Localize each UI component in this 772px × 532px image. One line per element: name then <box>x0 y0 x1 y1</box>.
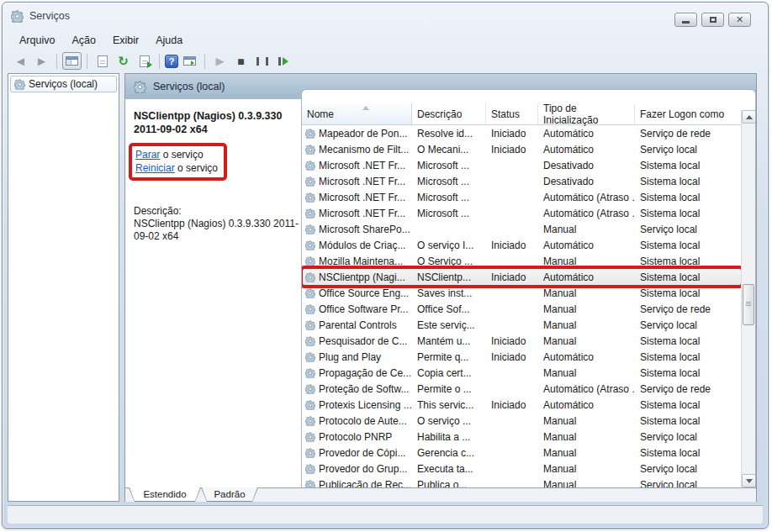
column-header-logon[interactable]: Fazer Logon como <box>635 103 741 125</box>
action-pane-icon[interactable] <box>180 52 199 70</box>
cell-startup-type: Manual <box>538 319 635 331</box>
menu-acao[interactable]: Ação <box>63 33 104 48</box>
table-row[interactable]: Protocolo PNRP Habilita a ... Manual Ser… <box>302 429 741 445</box>
cell-startup-type: Automático <box>538 144 635 155</box>
stop-service-icon[interactable] <box>231 52 251 70</box>
panel-gear-icon <box>134 81 146 93</box>
cell-startup-type: Manual <box>538 431 635 443</box>
cell-logon-as: Serviço local <box>635 431 741 443</box>
tab-padrao[interactable]: Padrão <box>201 487 258 502</box>
cell-startup-type: Manual <box>538 463 635 475</box>
table-row[interactable]: Office Software Pr... Office Sof... Manu… <box>302 301 741 317</box>
table-row[interactable]: Provedor de Cópi... Gerencia c... Manual… <box>302 445 741 461</box>
title-bar[interactable]: Serviços ✕ <box>3 3 768 29</box>
table-row[interactable]: Proteção de Softw... Permite o ... Autom… <box>302 381 741 397</box>
table-row[interactable]: Protexis Licensing ... This servic... In… <box>302 397 741 413</box>
cell-name: Protexis Licensing ... <box>302 399 412 411</box>
column-header-status[interactable]: Status <box>486 103 538 125</box>
restart-service-icon[interactable] <box>273 52 293 70</box>
table-row[interactable]: Provedor do Grup... Executa ta... Manual… <box>302 461 741 477</box>
menu-bar: Arquivo Ação Exibir Ajuda <box>4 31 766 50</box>
services-main-panel: Serviços (local) NSClientpp (Nagios) 0.3… <box>124 73 757 502</box>
service-gear-icon <box>305 400 315 410</box>
column-header-tipo[interactable]: Tipo de Inicialização <box>538 103 635 125</box>
cell-description: Office Sof... <box>412 303 486 315</box>
cell-name: Plug and Play <box>302 351 412 363</box>
menu-exibir[interactable]: Exibir <box>104 33 147 48</box>
restart-service-line: Reiniciar o serviço <box>135 161 218 175</box>
stop-service-line: Parar o serviço <box>135 148 218 161</box>
console-tree-icon[interactable] <box>62 52 82 70</box>
table-row[interactable]: Microsoft .NET Fr... Microsoft ... Desat… <box>302 173 741 189</box>
panel-header-title: Serviços (local) <box>153 81 225 92</box>
cell-name: Parental Controls <box>302 319 412 331</box>
table-row[interactable]: Pesquisador de C... Mantém u... Iniciado… <box>302 333 741 349</box>
table-row[interactable]: Mapeador de Pon... Resolve id... Iniciad… <box>302 125 741 141</box>
properties-icon[interactable] <box>93 52 112 70</box>
column-header-nome[interactable]: Nome <box>302 103 412 125</box>
cell-logon-as: Serviço de rede <box>635 383 741 395</box>
table-row[interactable]: Mecanismo de Filt... O Mecani... Iniciad… <box>302 141 741 157</box>
menu-arquivo[interactable]: Arquivo <box>11 33 63 48</box>
table-row[interactable]: Publicação de Rec... Publica o... Manual… <box>302 477 741 487</box>
service-gear-icon <box>305 432 315 442</box>
column-header-descricao[interactable]: Descrição <box>412 103 486 125</box>
maximize-button[interactable] <box>701 13 724 27</box>
service-gear-icon <box>305 176 315 187</box>
description-text: NSClientpp (Nagios) 0.3.9.330 2011-09-02… <box>134 218 300 243</box>
forward-icon[interactable] <box>32 52 51 70</box>
cell-startup-type: Manual <box>538 303 635 315</box>
service-gear-icon <box>305 320 315 330</box>
table-row[interactable]: Propagação de Ce... Copia cert... Manual… <box>302 365 741 381</box>
services-list: Nome Descrição Status Tipo de Inicializa… <box>301 89 756 487</box>
tree-item-label: Serviços (local) <box>29 78 98 90</box>
tab-estendido[interactable]: Estendido <box>129 487 201 502</box>
service-gear-icon <box>305 448 315 458</box>
table-row[interactable]: Microsoft .NET Fr... Microsoft ... Autom… <box>302 189 741 205</box>
cell-status: Iniciado <box>486 351 538 363</box>
table-row[interactable]: Microsoft SharePo... Manual Serviço loca… <box>302 221 741 237</box>
table-row[interactable]: Microsoft .NET Fr... Microsoft ... Desat… <box>302 157 741 173</box>
cell-name: Provedor de Cópi... <box>302 447 412 459</box>
cell-startup-type: Automático <box>538 271 635 283</box>
restart-service-link[interactable]: Reiniciar <box>135 162 175 174</box>
back-icon[interactable] <box>11 52 30 70</box>
cell-name: Office Source Eng... <box>302 287 412 299</box>
table-row[interactable]: Office Source Eng... Saves inst... Manua… <box>302 285 741 301</box>
service-gear-icon <box>305 464 315 474</box>
scroll-up-button[interactable] <box>742 110 756 124</box>
cell-description: Mantém u... <box>412 335 486 347</box>
menu-ajuda[interactable]: Ajuda <box>147 33 191 48</box>
refresh-icon[interactable] <box>114 52 133 70</box>
cell-description: Permite q... <box>412 351 486 363</box>
scroll-up-icon <box>746 115 753 119</box>
close-icon: ✕ <box>736 15 743 24</box>
cell-description: Microsoft ... <box>412 192 486 203</box>
toolbar-separator <box>87 54 87 69</box>
window-controls: ✕ <box>674 13 751 27</box>
vertical-scrollbar[interactable] <box>741 110 755 487</box>
scrollbar-thumb[interactable] <box>743 284 754 325</box>
table-row[interactable]: Mozilla Maintena... O Serviço ... Manual… <box>302 253 741 269</box>
start-service-icon[interactable] <box>210 52 230 70</box>
table-row[interactable]: NSClientpp (Nagi... NSClientp... Iniciad… <box>302 269 741 285</box>
stop-service-link[interactable]: Parar <box>135 149 160 161</box>
pause-service-icon[interactable] <box>252 52 272 70</box>
cell-description: O serviço ... <box>412 415 486 427</box>
cell-startup-type: Manual <box>538 415 635 427</box>
close-button[interactable]: ✕ <box>728 13 751 27</box>
export-list-icon[interactable] <box>135 52 154 70</box>
table-row[interactable]: Microsoft .NET Fr... Microsoft ... Autom… <box>302 205 741 221</box>
table-row[interactable]: Módulos de Criaç... O serviço I... Inici… <box>302 237 741 253</box>
minimize-button[interactable] <box>674 13 697 27</box>
cell-name: Pesquisador de C... <box>302 335 412 347</box>
cell-logon-as: Sistema local <box>635 335 741 347</box>
services-app-icon <box>11 10 24 23</box>
table-row[interactable]: Parental Controls Este serviç... Manual … <box>302 317 741 333</box>
table-row[interactable]: Plug and Play Permite q... Iniciado Auto… <box>302 349 741 365</box>
scroll-down-button[interactable] <box>742 474 756 487</box>
table-row[interactable]: Protocolo de Aute... O serviço ... Manua… <box>302 413 741 429</box>
help-icon[interactable] <box>165 55 178 68</box>
tree-item-servicos-local[interactable]: Serviços (local) <box>10 76 117 92</box>
cell-status: Iniciado <box>486 271 538 283</box>
